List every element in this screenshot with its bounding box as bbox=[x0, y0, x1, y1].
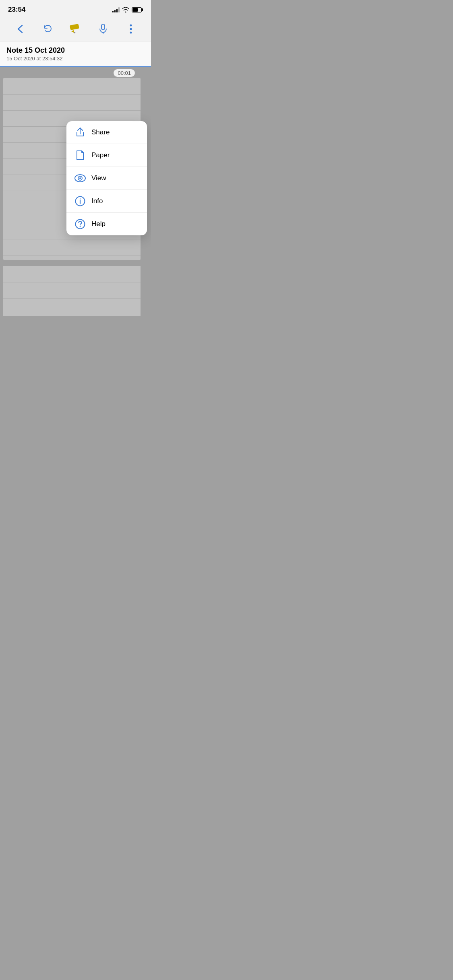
status-icons bbox=[112, 7, 143, 12]
undo-icon bbox=[43, 25, 53, 33]
toolbar bbox=[0, 17, 151, 41]
help-icon bbox=[74, 218, 86, 230]
menu-item-share[interactable]: Share bbox=[66, 121, 147, 144]
share-label: Share bbox=[91, 128, 110, 136]
note-header: Note 15 Oct 2020 15 Oct 2020 at 23:54:32 bbox=[0, 41, 151, 67]
help-label: Help bbox=[91, 220, 105, 228]
bottom-tools bbox=[108, 325, 143, 327]
more-icon bbox=[130, 24, 132, 34]
microphone-icon bbox=[99, 24, 108, 34]
svg-point-16 bbox=[80, 226, 81, 227]
svg-point-8 bbox=[130, 32, 132, 34]
zoom-button[interactable] bbox=[128, 325, 143, 327]
menu-item-paper[interactable]: Paper bbox=[66, 144, 147, 167]
back-icon bbox=[17, 25, 23, 33]
svg-point-14 bbox=[80, 198, 81, 200]
back-button[interactable] bbox=[6, 21, 34, 37]
note-title: Note 15 Oct 2020 bbox=[6, 46, 145, 55]
highlighter-button[interactable] bbox=[62, 20, 89, 38]
microphone-button[interactable] bbox=[89, 21, 117, 37]
status-bar: 23:54 bbox=[0, 0, 151, 17]
svg-rect-0 bbox=[70, 24, 79, 30]
recording-time: 00:01 bbox=[118, 70, 131, 76]
paper-label: Paper bbox=[91, 151, 110, 159]
info-icon bbox=[74, 196, 86, 207]
menu-item-help[interactable]: Help bbox=[66, 213, 147, 235]
signal-icon bbox=[112, 7, 120, 12]
note-content-area: 00:01 Share bbox=[0, 67, 151, 316]
status-time: 23:54 bbox=[8, 6, 25, 14]
share-icon bbox=[74, 127, 86, 138]
note-page-2 bbox=[3, 266, 141, 316]
paper-icon bbox=[74, 150, 86, 161]
view-label: View bbox=[91, 174, 106, 182]
wifi-icon bbox=[122, 7, 129, 12]
svg-point-11 bbox=[79, 177, 81, 179]
menu-item-view[interactable]: View bbox=[66, 167, 147, 190]
highlighter-icon bbox=[68, 23, 83, 35]
note-date: 15 Oct 2020 at 23:54:32 bbox=[6, 56, 145, 62]
svg-point-7 bbox=[130, 28, 132, 30]
dropdown-menu: Share Paper View bbox=[66, 121, 147, 235]
bottom-bar bbox=[0, 316, 151, 327]
view-icon bbox=[74, 173, 86, 184]
battery-icon bbox=[132, 7, 143, 12]
undo-button[interactable] bbox=[34, 21, 62, 37]
svg-point-6 bbox=[130, 25, 132, 27]
svg-rect-3 bbox=[101, 24, 105, 30]
more-button[interactable] bbox=[117, 21, 145, 37]
info-label: Info bbox=[91, 197, 103, 205]
recording-indicator: 00:01 bbox=[114, 69, 135, 77]
eraser-button[interactable] bbox=[108, 325, 122, 327]
menu-item-info[interactable]: Info bbox=[66, 190, 147, 213]
